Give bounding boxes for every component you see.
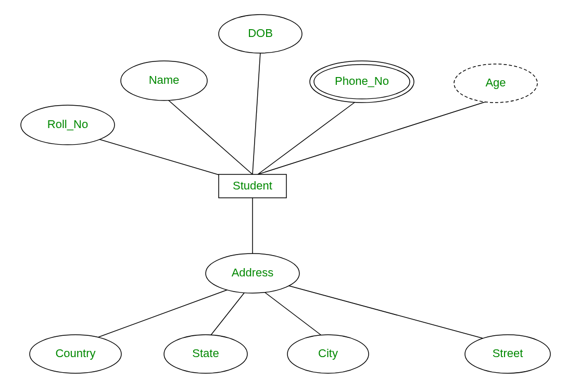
attr-phone-no: Phone_No [310,61,414,103]
er-diagram: Student Roll_No Name DOB Phone_No Age Ad… [0,0,579,392]
attr-roll-no-label: Roll_No [47,118,88,131]
attr-country: Country [30,335,121,373]
attr-city-label: City [318,347,338,360]
attr-street-label: Street [493,347,523,360]
edge-address-state [208,289,247,338]
attr-roll-no: Roll_No [21,105,115,145]
edge-student-dob [253,52,260,174]
attr-age-label: Age [485,76,506,89]
attr-age: Age [454,64,537,103]
attr-city: City [287,335,369,373]
entity-student-label: Student [233,179,272,192]
attr-state: State [164,335,247,373]
attr-name-label: Name [149,73,180,86]
edge-student-age [258,99,495,174]
entity-student: Student [219,174,286,198]
edge-address-city [260,289,325,338]
edge-student-phoneno [258,99,359,174]
attr-dob: DOB [219,15,302,53]
attr-country-label: Country [55,347,95,360]
attr-address: Address [206,254,299,293]
attr-address-label: Address [232,266,274,279]
attr-street: Street [465,335,550,373]
attr-phone-no-label: Phone_No [335,74,389,87]
attr-dob-label: DOB [248,27,273,40]
edge-address-street [281,284,502,344]
attr-name: Name [121,61,207,100]
attr-state-label: State [192,347,219,360]
